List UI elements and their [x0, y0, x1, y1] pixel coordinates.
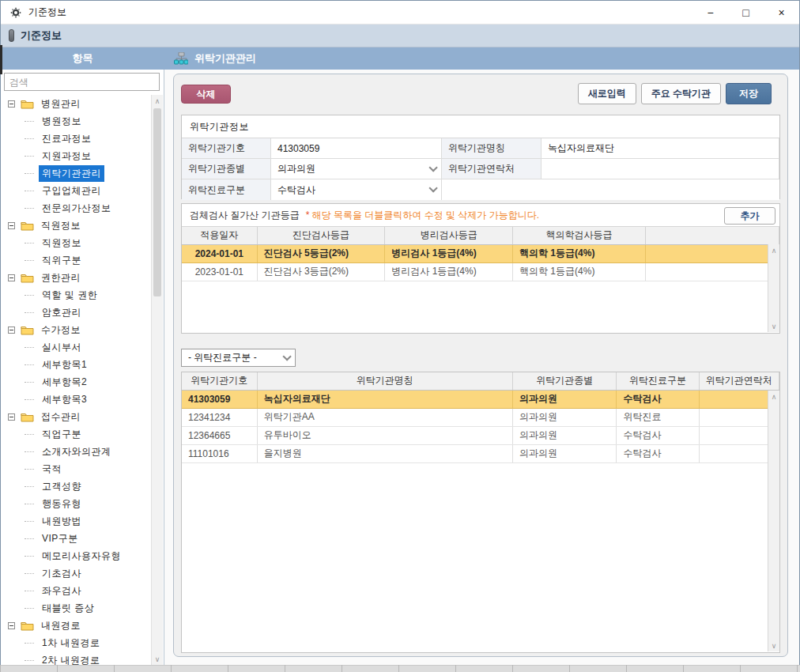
sidebar-item-세부항목1[interactable]: 세부항목1 [1, 356, 151, 373]
sidebar-item-직원정보[interactable]: 직원정보 [1, 217, 151, 234]
care-filter-select[interactable]: - 위탁진료구분 - [181, 349, 296, 367]
sidebar-item-VIP구분[interactable]: VIP구분 [1, 530, 151, 547]
collapse-icon[interactable] [8, 100, 15, 108]
sidebar-item-진료과정보[interactable]: 진료과정보 [1, 130, 151, 147]
minimize-button[interactable]: − [692, 1, 728, 24]
collapse-icon[interactable] [8, 274, 15, 281]
chevron-down-icon [428, 183, 437, 192]
name-field[interactable]: 녹십자의료재단 [542, 138, 779, 159]
sidebar-item-국적[interactable]: 국적 [1, 460, 151, 478]
sidebar-item-세부항목3[interactable]: 세부항목3 [1, 391, 151, 408]
major-institutions-button[interactable]: 주요 수탁기관 [641, 83, 721, 104]
tree-connector [25, 243, 34, 244]
sidebar-item-행동유형[interactable]: 행동유형 [1, 495, 151, 512]
table-row[interactable]: 12341234위탁기관AA의과의원위탁진료 [182, 408, 779, 426]
collapse-icon[interactable] [8, 622, 15, 629]
column-header[interactable] [645, 227, 779, 244]
code-field[interactable]: 41303059 [271, 138, 442, 159]
tree-connector [25, 382, 34, 383]
sidebar-item-구입업체관리[interactable]: 구입업체관리 [1, 182, 151, 199]
tree-connector [25, 364, 34, 365]
table-cell: 2023-01-01 [182, 262, 257, 281]
sidebar-item-접수관리[interactable]: 접수관리 [1, 408, 151, 425]
scroll-up-icon[interactable]: ∧ [152, 95, 163, 107]
empty-cell [442, 179, 779, 200]
tree-connector [25, 504, 34, 504]
table-cell: 의과의원 [513, 444, 617, 462]
sidebar-item-2차 내원경로[interactable]: 2차 내원경로 [1, 651, 151, 665]
table-row[interactable]: 11101016을지병원의과의원수탁검사 [182, 444, 779, 462]
sidebar-item-위탁기관관리[interactable]: 위탁기관관리 [1, 164, 151, 182]
sidebar-item-메모리사용자유형[interactable]: 메모리사용자유형 [1, 547, 151, 564]
sidebar-item-직원정보[interactable]: 직원정보 [1, 234, 151, 251]
sidebar-item-수가정보[interactable]: 수가정보 [1, 321, 151, 338]
sidebar-item-직위구분[interactable]: 직위구분 [1, 251, 151, 269]
sidebar-item-태블릿 증상[interactable]: 태블릿 증상 [1, 599, 151, 617]
care-select[interactable]: 수탁검사 [271, 179, 442, 200]
tree-item-label: 태블릿 증상 [39, 600, 97, 617]
chevron-down-icon [282, 352, 291, 361]
sidebar-item-좌우검사[interactable]: 좌우검사 [1, 582, 151, 599]
sidebar-item-실시부서[interactable]: 실시부서 [1, 338, 151, 356]
scroll-thumb[interactable] [153, 108, 161, 296]
sidebar-item-소개자와의관계[interactable]: 소개자와의관계 [1, 443, 151, 460]
sidebar-item-기초검사[interactable]: 기초검사 [1, 564, 151, 582]
sidebar-item-전문의가산정보[interactable]: 전문의가산정보 [1, 199, 151, 217]
tree-connector [25, 451, 34, 452]
close-button[interactable]: × [764, 1, 799, 24]
column-header[interactable]: 핵의학검사등급 [513, 227, 646, 244]
sidebar-scrollbar[interactable]: ∧ ∨ [151, 95, 163, 665]
sidebar-item-권한관리[interactable]: 권한관리 [1, 269, 151, 286]
table-cell: 2024-01-01 [182, 244, 257, 262]
sidebar-item-역할 및 권한[interactable]: 역할 및 권한 [1, 286, 151, 304]
type-select-value: 의과의원 [277, 162, 315, 176]
column-header[interactable]: 진단검사등급 [257, 227, 385, 244]
scroll-down-icon[interactable]: ∨ [768, 320, 779, 332]
type-select[interactable]: 의과의원 [271, 159, 442, 179]
column-header[interactable]: 위탁기관종별 [513, 372, 617, 390]
table-row[interactable]: 2023-01-01진단검사 3등급(2%)병리검사 1등급(4%)핵의학 1등… [182, 262, 779, 281]
maximize-button[interactable]: □ [728, 1, 764, 24]
column-header[interactable]: 적용일자 [182, 227, 257, 244]
sidebar-item-병원관리[interactable]: 병원관리 [1, 95, 151, 112]
institution-table-scrollbar[interactable]: ∧ ∨ [768, 391, 779, 651]
contact-field[interactable] [542, 159, 779, 179]
column-header[interactable]: 위탁기관연락처 [699, 372, 779, 390]
table-row[interactable]: 41303059녹십자의료재단의과의원수탁검사 [182, 390, 779, 408]
sidebar-item-직업구분[interactable]: 직업구분 [1, 425, 151, 443]
scroll-down-icon[interactable]: ∨ [152, 653, 163, 665]
table-cell: 12364665 [182, 426, 257, 444]
tree-connector [25, 191, 34, 191]
sidebar-item-지원과정보[interactable]: 지원과정보 [1, 147, 151, 164]
column-header[interactable]: 병리검사등급 [385, 227, 513, 244]
column-header[interactable]: 위탁기관기호 [182, 372, 257, 390]
sidebar-item-세부항목2[interactable]: 세부항목2 [1, 373, 151, 391]
sidebar-item-1차 내원경로[interactable]: 1차 내원경로 [1, 634, 151, 651]
add-button[interactable]: 추가 [724, 207, 775, 225]
tree-item-label: 세부항목3 [39, 391, 90, 408]
sidebar-item-병원정보[interactable]: 병원정보 [1, 112, 151, 130]
scroll-down-icon[interactable]: ∨ [768, 640, 779, 651]
column-header[interactable]: 위탁진료구분 [617, 372, 699, 390]
column-header[interactable]: 위탁기관명칭 [257, 372, 512, 390]
new-entry-button[interactable]: 새로입력 [578, 83, 636, 104]
tree-item-label: 고객성향 [39, 478, 85, 495]
tree-connector [25, 312, 34, 313]
search-input[interactable] [4, 73, 160, 91]
sidebar-item-고객성향[interactable]: 고객성향 [1, 478, 151, 495]
sidebar-item-암호관리[interactable]: 암호관리 [1, 304, 151, 321]
table-row[interactable]: 2024-01-01진단검사 5등급(2%)병리검사 1등급(4%)핵의학 1등… [182, 244, 779, 262]
tree-connector [25, 643, 34, 644]
delete-button[interactable]: 삭제 [181, 85, 231, 104]
collapse-icon[interactable] [8, 327, 15, 334]
collapse-icon[interactable] [8, 222, 15, 229]
save-button[interactable]: 저장 [726, 83, 772, 104]
collapse-icon[interactable] [8, 413, 15, 421]
scroll-up-icon[interactable]: ∧ [768, 244, 779, 256]
scroll-up-icon[interactable]: ∧ [768, 391, 779, 402]
table-cell: 을지병원 [257, 444, 512, 462]
sidebar-item-내원방법[interactable]: 내원방법 [1, 512, 151, 530]
table-row[interactable]: 12364665유투바이오의과의원수탁검사 [182, 426, 779, 444]
grade-table-scrollbar[interactable]: ∧ ∨ [768, 244, 779, 332]
sidebar-item-내원경로[interactable]: 내원경로 [1, 617, 151, 634]
